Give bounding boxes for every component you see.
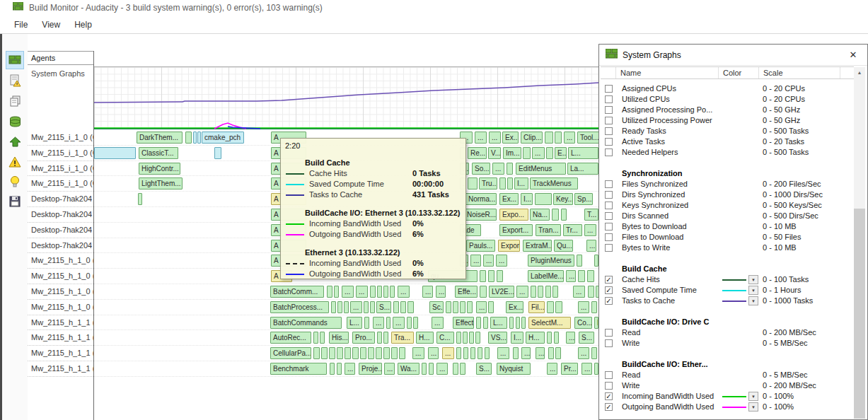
helpers-upload-icon[interactable] — [6, 133, 24, 151]
task-block-small[interactable] — [468, 177, 478, 189]
task-block-small[interactable] — [383, 347, 390, 359]
task-block[interactable]: EditMenus — [516, 163, 566, 175]
system-graphs-row-label[interactable]: System Graphs — [31, 69, 85, 78]
task-block[interactable]: ... — [516, 286, 528, 298]
task-block-small[interactable] — [478, 347, 482, 359]
graph-checkbox[interactable] — [605, 191, 613, 199]
task-block-small[interactable] — [545, 132, 553, 144]
warnings-icon[interactable] — [6, 153, 24, 171]
task-block-small[interactable] — [578, 270, 585, 282]
menu-file[interactable]: File — [7, 17, 35, 33]
task-block-small[interactable] — [364, 317, 369, 329]
task-block[interactable]: L... — [347, 317, 362, 329]
graph-checkbox[interactable] — [605, 117, 613, 124]
task-block[interactable]: Na... — [530, 209, 550, 221]
task-block-small[interactable] — [480, 270, 486, 282]
task-block[interactable]: Norma... — [465, 193, 497, 205]
task-block[interactable]: Fil... — [528, 301, 545, 313]
graph-checkbox[interactable] — [605, 212, 613, 220]
task-block-small[interactable] — [321, 347, 328, 359]
task-block[interactable]: PluginMenus — [528, 255, 574, 267]
task-block-small[interactable] — [460, 301, 465, 313]
task-block-small[interactable] — [327, 286, 332, 298]
task-block-small[interactable] — [370, 286, 376, 298]
graph-checkbox[interactable] — [605, 95, 613, 103]
agent-row[interactable]: Mw_2115_h_1_1 (C — [28, 346, 93, 361]
column-scale[interactable]: Scale — [759, 67, 840, 78]
task-block-small[interactable] — [561, 209, 567, 221]
graph-checkbox[interactable] — [605, 339, 613, 347]
task-block-small[interactable] — [488, 270, 494, 282]
agent-row[interactable]: Mw_2115_h_1_0 (C — [28, 284, 93, 300]
task-block[interactable]: Ex... — [499, 193, 519, 205]
color-dropdown-icon[interactable]: ▼ — [748, 286, 758, 295]
task-block[interactable]: ... — [496, 255, 507, 267]
task-block-small[interactable] — [507, 177, 513, 189]
task-block-small[interactable] — [313, 347, 320, 359]
task-block[interactable]: ClassicT... — [139, 147, 178, 159]
task-block-small[interactable] — [470, 347, 475, 359]
task-block-small[interactable] — [591, 347, 597, 359]
task-block[interactable]: ... — [428, 347, 439, 359]
graph-checkbox[interactable] — [605, 85, 613, 93]
graph-checkbox[interactable]: ✓ — [605, 276, 613, 284]
agent-row[interactable]: Desktop-7hak204 (C — [28, 192, 93, 207]
task-block-small[interactable] — [521, 317, 526, 329]
agent-row[interactable]: Mw_2115_h_1_0 (C — [28, 300, 93, 315]
task-block[interactable]: Effe... — [455, 286, 478, 298]
task-block[interactable]: Qu... — [554, 240, 573, 252]
task-block[interactable]: Key... — [553, 193, 573, 205]
task-block-small[interactable] — [138, 193, 142, 205]
task-block-small[interactable] — [320, 332, 325, 344]
task-block[interactable]: Sc... — [429, 301, 444, 313]
task-block[interactable]: TrackMenus — [530, 177, 578, 189]
task-block[interactable]: ... — [393, 317, 405, 329]
task-block[interactable]: V... — [488, 147, 501, 159]
task-block-small[interactable] — [547, 301, 554, 313]
task-block[interactable]: LV2E... — [489, 286, 514, 298]
task-block-small[interactable] — [469, 332, 474, 344]
graph-checkbox[interactable]: ✓ — [605, 403, 613, 411]
task-block-small[interactable] — [588, 286, 594, 298]
task-block[interactable]: Export — [498, 240, 520, 252]
task-block-small[interactable] — [390, 286, 395, 298]
task-block[interactable]: L... — [568, 147, 598, 159]
task-block[interactable]: ... — [489, 132, 501, 144]
task-block-small[interactable] — [337, 347, 343, 359]
task-block[interactable]: C... — [436, 332, 454, 344]
task-block-small[interactable] — [546, 147, 553, 159]
agent-row[interactable]: Desktop-7hak204 (C — [28, 223, 93, 238]
task-block[interactable]: Tool... — [577, 132, 601, 144]
graph-checkbox[interactable] — [605, 138, 613, 146]
task-block[interactable]: ... — [578, 301, 589, 313]
task-block[interactable]: Tran... — [536, 224, 561, 236]
graph-checkbox[interactable]: ✓ — [605, 392, 613, 400]
task-block-small[interactable] — [488, 301, 494, 313]
task-block[interactable]: I... — [511, 332, 523, 344]
graph-checkbox[interactable] — [605, 106, 613, 114]
color-dropdown-icon[interactable]: ▼ — [748, 402, 758, 412]
task-block-small[interactable] — [485, 347, 490, 359]
color-dropdown-icon[interactable]: ▼ — [748, 296, 758, 305]
agents-database-icon[interactable] — [6, 112, 24, 131]
task-block-small[interactable] — [407, 301, 414, 313]
task-block-small[interactable] — [509, 317, 514, 329]
task-block-small[interactable] — [456, 347, 461, 359]
agent-row[interactable]: Mw_2115_i_1_0 (Co — [28, 161, 93, 177]
task-block[interactable]: ... — [432, 317, 444, 329]
task-block[interactable]: Proje... — [359, 363, 382, 375]
agents-header[interactable]: Agents — [28, 51, 93, 65]
task-block[interactable]: ... — [581, 363, 592, 375]
task-block-small[interactable] — [463, 332, 468, 344]
column-color[interactable]: Color — [719, 67, 759, 78]
menu-view[interactable]: View — [35, 17, 67, 33]
task-block-small[interactable] — [507, 163, 513, 175]
task-block-small[interactable] — [483, 317, 488, 329]
task-block-small[interactable] — [185, 132, 192, 144]
task-block[interactable]: ... — [483, 255, 494, 267]
agent-row[interactable]: Mw_2115_h_1_0 (C — [28, 269, 93, 284]
task-block[interactable]: LightThem... — [139, 177, 183, 189]
scrollbar-thumb[interactable] — [854, 209, 865, 419]
task-block-small[interactable] — [337, 363, 342, 375]
task-block-small[interactable] — [214, 147, 221, 159]
